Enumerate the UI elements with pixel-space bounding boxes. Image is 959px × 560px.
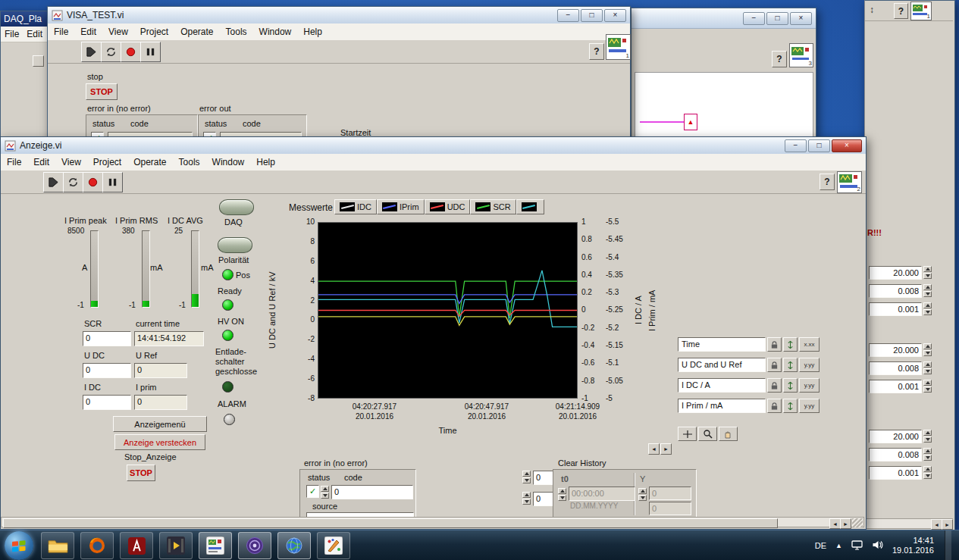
taskbar-clock[interactable]: 14:41 19.01.2016 xyxy=(892,536,934,555)
taskbar-firefox-icon[interactable] xyxy=(80,532,114,559)
scale-name-field[interactable]: U DC and U Ref xyxy=(678,358,766,372)
daq-button[interactable] xyxy=(219,199,254,215)
idc-field[interactable]: 0 xyxy=(83,395,131,410)
scroll-right-button[interactable]: ► xyxy=(660,443,672,455)
scale-autoscale-button[interactable] xyxy=(783,378,798,393)
pos-led[interactable] xyxy=(222,269,233,280)
code-spinner[interactable] xyxy=(321,486,329,499)
alarm-led[interactable] xyxy=(224,414,235,425)
minimize-button[interactable]: − xyxy=(785,139,807,152)
toolbar-fragment-icon[interactable] xyxy=(33,55,44,67)
scale-format-button[interactable]: y.yy xyxy=(799,378,820,393)
visa-titlebar[interactable]: VISA_TEST.vi − □ × xyxy=(48,7,630,24)
menu-item[interactable]: Edit xyxy=(23,27,46,41)
volume-tray-icon[interactable] xyxy=(872,540,883,551)
menu-item[interactable]: Help xyxy=(297,25,328,39)
numeric-field[interactable]: 20.000 xyxy=(869,430,922,443)
spinner[interactable] xyxy=(923,343,932,357)
run-continuous-button[interactable] xyxy=(63,172,83,192)
taskbar-labview-vi-icon[interactable] xyxy=(199,532,232,559)
legend-item[interactable] xyxy=(516,199,544,214)
pause-button[interactable] xyxy=(102,172,123,192)
minimize-button[interactable]: − xyxy=(557,9,579,22)
scale-name-field[interactable]: I Prim / mA xyxy=(678,399,766,413)
language-indicator[interactable]: DE xyxy=(815,541,826,550)
entlade-led[interactable] xyxy=(222,381,233,393)
scale-name-field[interactable]: Time xyxy=(678,337,766,352)
maximize-button[interactable]: □ xyxy=(808,139,830,152)
numeric-field[interactable]: 0.001 xyxy=(869,302,922,316)
scale-autoscale-button[interactable] xyxy=(783,337,798,352)
numeric-field[interactable]: 20.000 xyxy=(869,266,922,280)
legend-item[interactable]: IDC xyxy=(334,199,377,214)
numeric-field[interactable]: 0.008 xyxy=(869,448,922,461)
context-help-button[interactable]: ? xyxy=(772,51,787,67)
ready-led[interactable] xyxy=(222,299,233,311)
menu-item[interactable]: File xyxy=(48,25,74,39)
spinner[interactable] xyxy=(923,466,932,480)
zoom-tool-button[interactable] xyxy=(698,427,717,441)
taskbar-media-player-icon[interactable] xyxy=(159,532,193,559)
legend-item[interactable]: UDC xyxy=(425,199,471,214)
visa-stop-button[interactable]: STOP xyxy=(86,83,118,100)
menu-item[interactable]: File xyxy=(1,27,23,41)
minimize-button[interactable]: − xyxy=(743,12,765,25)
scroll-left-button[interactable]: ◄ xyxy=(931,519,942,530)
spinner[interactable] xyxy=(923,266,932,280)
scale-lock-button[interactable] xyxy=(767,358,782,372)
anzeige-titlebar[interactable]: Anzeige.vi − □ × xyxy=(1,137,866,155)
current-time-field[interactable]: 14:41:54.192 xyxy=(134,331,204,346)
menu-item[interactable]: Edit xyxy=(74,25,102,39)
cursor-crosshair-button[interactable] xyxy=(678,427,697,441)
udc-field[interactable]: 0 xyxy=(83,363,131,378)
menu-item[interactable]: Project xyxy=(87,155,127,169)
maximize-button[interactable]: □ xyxy=(581,9,603,22)
menu-item[interactable]: View xyxy=(55,155,87,169)
menu-item[interactable]: Operate xyxy=(127,155,172,169)
resize-grip[interactable] xyxy=(852,518,863,527)
pan-hand-button[interactable] xyxy=(719,427,738,441)
block-titlebar[interactable]: − □ × xyxy=(631,8,816,29)
numeric-field[interactable]: 0.008 xyxy=(869,284,922,298)
horizontal-scrollbar[interactable]: ◄ ► xyxy=(865,518,953,529)
t0-time-field[interactable]: 00:00:00 xyxy=(569,486,635,501)
code-field[interactable]: 0 xyxy=(331,485,413,499)
close-button[interactable]: × xyxy=(604,9,626,22)
taskbar-labview-purple-icon[interactable] xyxy=(238,532,271,559)
menu-item[interactable]: Window xyxy=(206,155,251,169)
horizontal-scrollbar[interactable]: ◄ ► xyxy=(1,517,864,527)
status-checkbox[interactable]: ✓ xyxy=(306,485,319,498)
close-button[interactable]: × xyxy=(790,12,812,25)
scr-field[interactable]: 0 xyxy=(83,331,131,346)
daq-titlebar[interactable]: DAQ_Pla xyxy=(1,11,49,27)
menu-item[interactable]: View xyxy=(102,25,134,39)
abort-button[interactable] xyxy=(83,172,103,192)
scroll-left-button[interactable]: ◄ xyxy=(829,518,841,529)
display-tray-icon[interactable] xyxy=(851,540,863,552)
spinner[interactable] xyxy=(923,361,932,375)
legend-item[interactable]: SCR xyxy=(470,199,516,214)
menu-item[interactable]: File xyxy=(1,155,27,169)
spinner[interactable] xyxy=(923,284,932,298)
scroll-right-button[interactable]: ► xyxy=(840,518,851,529)
scale-name-field[interactable]: I DC / A xyxy=(678,378,766,393)
stop-anzeige-button[interactable]: STOP xyxy=(127,465,155,481)
clear-history-group[interactable]: t0 Y 00:00:00 DD.MM.YYYY 0 0 xyxy=(553,469,697,520)
menu-item[interactable]: Tools xyxy=(220,25,253,39)
diagram-terminal[interactable]: ▲ xyxy=(684,114,697,130)
vi-icon-badge[interactable]: 2 xyxy=(837,171,862,193)
window-anzeige[interactable]: Anzeige.vi − □ × FileEditViewProjectOper… xyxy=(0,136,867,530)
start-button[interactable] xyxy=(5,531,33,560)
show-desktop-button[interactable] xyxy=(945,530,951,560)
spinner[interactable] xyxy=(923,302,932,316)
menu-item[interactable]: Edit xyxy=(27,155,55,169)
numeric-spinner[interactable] xyxy=(522,492,531,505)
context-help-button[interactable]: ? xyxy=(589,43,604,60)
iprim-field[interactable]: 0 xyxy=(134,395,187,410)
run-button[interactable] xyxy=(81,42,102,62)
scale-lock-button[interactable] xyxy=(767,399,782,413)
show-hidden-icons-chevron[interactable]: ▲ xyxy=(835,542,842,549)
vi-icon-badge[interactable]: 1 xyxy=(910,2,932,20)
scale-format-button[interactable]: y.yy xyxy=(799,399,820,413)
run-button[interactable] xyxy=(43,172,64,192)
